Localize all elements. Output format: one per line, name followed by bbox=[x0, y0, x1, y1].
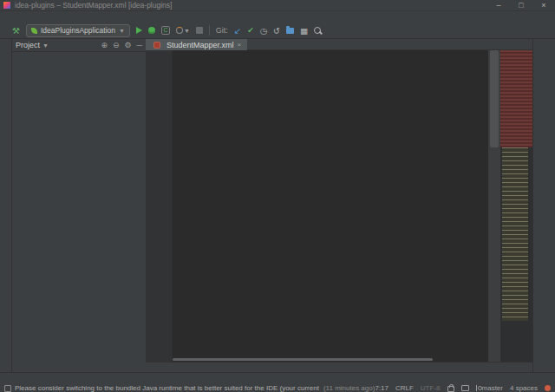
vcs-shelf-icon[interactable] bbox=[286, 28, 294, 34]
minimap-section bbox=[500, 50, 532, 147]
spring-boot-icon bbox=[31, 28, 37, 34]
editor-gutter bbox=[146, 50, 173, 362]
locate-icon[interactable]: ⊕ bbox=[101, 41, 108, 49]
minimize-button[interactable]: – bbox=[487, 0, 510, 10]
run-config-label: IdeaPluginsApplication bbox=[41, 26, 115, 35]
chevron-down-icon: ▼ bbox=[119, 28, 125, 34]
branch-name: master bbox=[482, 384, 503, 392]
collapse-all-icon[interactable]: ⊖ bbox=[113, 41, 120, 49]
navigation-bar: ⚒ IdeaPluginsApplication ▼ C ▼ Git: ↙ ✔ … bbox=[0, 23, 555, 39]
editor: StudentMapper.xml × bbox=[146, 39, 532, 372]
readonly-lock-icon[interactable] bbox=[447, 386, 454, 392]
horizontal-scrollbar[interactable] bbox=[173, 358, 433, 361]
editor-tab[interactable]: StudentMapper.xml × bbox=[146, 39, 247, 50]
file-encoding[interactable]: UTF-8 bbox=[421, 384, 441, 392]
hide-panel-icon[interactable]: ─ bbox=[137, 41, 142, 49]
profiler-icon bbox=[176, 27, 183, 34]
maximize-button[interactable]: □ bbox=[510, 0, 532, 10]
search-everywhere-icon[interactable] bbox=[314, 27, 321, 34]
divider bbox=[209, 25, 210, 36]
coverage-button[interactable]: C bbox=[161, 26, 170, 35]
profiler-button[interactable]: ▼ bbox=[176, 27, 190, 34]
settings-gear-icon[interactable]: ⚙ bbox=[125, 41, 132, 49]
run-button[interactable] bbox=[136, 27, 142, 34]
close-tab-icon[interactable]: × bbox=[238, 41, 242, 49]
vcs-commit-button[interactable]: ✔ bbox=[247, 26, 254, 35]
left-tool-strip bbox=[0, 39, 12, 372]
chevron-down-icon: ▼ bbox=[184, 28, 190, 34]
run-config-selector[interactable]: IdeaPluginsApplication ▼ bbox=[26, 24, 130, 37]
editor-tab-bar: StudentMapper.xml × bbox=[146, 39, 532, 50]
vcs-history-button[interactable]: ◷ bbox=[260, 26, 267, 36]
project-panel-title[interactable]: Project bbox=[16, 41, 40, 49]
branch-icon bbox=[476, 385, 481, 391]
chevron-down-icon[interactable]: ▼ bbox=[42, 42, 49, 49]
project-panel: Project ▼ ⊕ ⊖ ⚙ ─ bbox=[12, 39, 146, 372]
right-tool-strip bbox=[532, 39, 555, 372]
error-stripe-scrollbar[interactable] bbox=[488, 50, 500, 362]
toolbar: ⚒ IdeaPluginsApplication ▼ C ▼ Git: ↙ ✔ … bbox=[12, 24, 323, 37]
screen-reader-icon[interactable] bbox=[461, 385, 469, 391]
debug-button[interactable] bbox=[148, 27, 155, 34]
window-controls: – □ × bbox=[487, 0, 555, 10]
git-branch-widget[interactable]: master bbox=[476, 384, 503, 392]
notification-dot-icon[interactable] bbox=[545, 385, 551, 391]
close-button[interactable]: × bbox=[532, 0, 555, 10]
status-message[interactable]: Please consider switching to the bundled… bbox=[15, 384, 321, 392]
project-panel-header: Project ▼ ⊕ ⊖ ⚙ ─ bbox=[12, 39, 146, 52]
title-bar: idea-plugins – StudentMapper.xml [idea-p… bbox=[0, 0, 555, 11]
scrollbar-thumb[interactable] bbox=[490, 50, 499, 147]
caret-position[interactable]: 7:17 bbox=[375, 384, 388, 392]
menu-bar bbox=[0, 11, 555, 23]
vcs-update-button[interactable]: ↙ bbox=[234, 26, 241, 36]
stop-button[interactable] bbox=[196, 27, 203, 34]
indent-setting[interactable]: 4 spaces bbox=[510, 384, 538, 392]
build-hammer-icon[interactable]: ⚒ bbox=[12, 26, 20, 36]
notification-icon bbox=[4, 385, 11, 392]
layout-icon[interactable]: ▦ bbox=[300, 26, 308, 36]
vcs-rollback-button[interactable]: ↺ bbox=[273, 26, 280, 36]
code-area[interactable] bbox=[146, 50, 488, 362]
mybatis-file-icon bbox=[153, 42, 160, 49]
status-bar: Please consider switching to the bundled… bbox=[0, 384, 555, 392]
tool-window-bar bbox=[0, 372, 555, 384]
minimap-section bbox=[502, 147, 528, 321]
editor-tab-label: StudentMapper.xml bbox=[166, 41, 234, 49]
editor-breadcrumbs bbox=[146, 362, 532, 372]
ide-window: idea-plugins – StudentMapper.xml [idea-p… bbox=[0, 0, 555, 392]
line-separator[interactable]: CRLF bbox=[395, 384, 414, 392]
status-message-time: (11 minutes ago) bbox=[323, 384, 375, 392]
git-label: Git: bbox=[216, 26, 228, 35]
code-minimap[interactable] bbox=[500, 50, 532, 362]
app-logo-icon bbox=[3, 2, 10, 9]
window-title: idea-plugins – StudentMapper.xml [idea-p… bbox=[15, 1, 172, 10]
